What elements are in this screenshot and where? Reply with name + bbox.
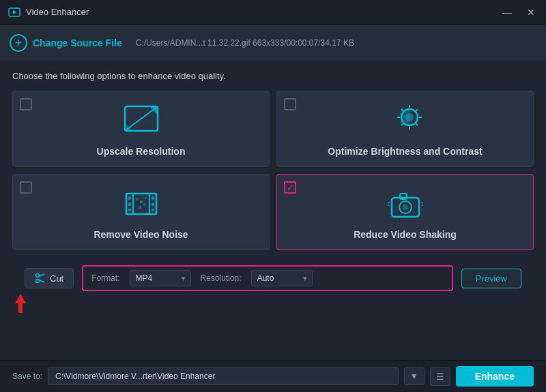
option-card-brightness[interactable]: Optimize Brightness and Contrast: [276, 91, 534, 167]
close-button[interactable]: ✕: [524, 5, 538, 19]
svg-rect-27: [144, 196, 147, 199]
svg-rect-29: [143, 203, 145, 206]
svg-marker-1: [13, 10, 17, 14]
title-bar-left: Video Enhancer: [8, 6, 89, 18]
source-row: + Change Source File C:/Users/ADMIN...t …: [0, 25, 546, 61]
minimize-button[interactable]: —: [500, 5, 515, 19]
cut-button[interactable]: Cut: [25, 268, 74, 288]
option-card-upscale[interactable]: Upscale Resolution: [12, 91, 270, 167]
checkbox-noise[interactable]: [20, 181, 32, 194]
format-resolution-box: Format: MP4 AVI MOV MKV WMV GIF ▼ Resolu…: [82, 265, 453, 291]
option-label-noise: Remove Video Noise: [94, 229, 188, 240]
svg-line-13: [416, 123, 418, 125]
bottom-toolbar: Cut Format: MP4 AVI MOV MKV WMV GIF ▼ Re…: [12, 260, 534, 297]
svg-line-15: [401, 123, 403, 125]
noise-icon: [119, 185, 163, 222]
svg-marker-38: [15, 294, 26, 303]
main-content: Choose the following options to enhance …: [0, 61, 546, 320]
upscale-icon: [119, 102, 163, 139]
subtitle: Choose the following options to enhance …: [12, 71, 534, 81]
svg-marker-5: [125, 123, 133, 131]
resolution-label: Resolution:: [201, 273, 242, 283]
format-select[interactable]: MP4 AVI MOV MKV WMV GIF: [130, 270, 191, 286]
title-bar: Video Enhancer — ✕: [0, 0, 546, 25]
svg-point-32: [403, 205, 408, 210]
brightness-icon: [384, 102, 427, 139]
svg-rect-25: [136, 198, 139, 200]
footer-row: Save to: C:\Vidmore\Vidmore V...rter\Vid…: [0, 360, 546, 392]
change-source-label: Change Source File: [33, 37, 122, 48]
svg-rect-21: [128, 209, 131, 211]
save-options-button[interactable]: ☰: [430, 367, 450, 386]
option-label-shaking: Reduce Video Shaking: [354, 229, 457, 240]
preview-button[interactable]: Preview: [461, 269, 521, 288]
save-path-dropdown-button[interactable]: ▼: [404, 367, 425, 385]
svg-marker-4: [149, 106, 158, 115]
svg-rect-23: [152, 202, 154, 206]
red-arrow-indicator: [12, 294, 534, 313]
options-grid: Upscale Resolution: [12, 91, 534, 250]
cut-label: Cut: [50, 273, 63, 284]
enhance-button[interactable]: Enhance: [456, 366, 534, 387]
source-file-info: C:/Users/ADMIN...t 11.32.22.gif 663x333/…: [136, 38, 354, 48]
svg-line-12: [401, 109, 403, 111]
option-label-brightness: Optimize Brightness and Contrast: [328, 146, 482, 157]
app-title: Video Enhancer: [26, 7, 89, 17]
shaking-icon: [384, 185, 427, 222]
option-card-shaking[interactable]: Reduce Video Shaking: [276, 174, 534, 250]
checkbox-shaking[interactable]: [284, 181, 296, 194]
change-source-button[interactable]: + Change Source File: [10, 34, 122, 52]
scissors-icon: [35, 273, 46, 284]
resolution-select[interactable]: Auto 1080p 720p 480p 360p: [251, 270, 313, 286]
save-path-box: C:\Vidmore\Vidmore V...rter\Video Enhanc…: [48, 367, 399, 385]
format-label: Format:: [91, 273, 119, 283]
svg-rect-20: [128, 202, 131, 206]
svg-rect-28: [139, 206, 141, 209]
svg-rect-24: [152, 209, 154, 211]
svg-line-14: [416, 109, 418, 111]
svg-rect-19: [128, 196, 131, 200]
title-bar-controls: — ✕: [500, 5, 538, 19]
format-dropdown-wrapper: MP4 AVI MOV MKV WMV GIF ▼: [130, 270, 191, 286]
change-source-icon: +: [10, 34, 27, 52]
option-card-noise[interactable]: Remove Video Noise: [12, 174, 270, 250]
svg-rect-39: [18, 303, 23, 313]
option-label-upscale: Upscale Resolution: [97, 146, 186, 157]
save-to-label: Save to:: [12, 372, 42, 381]
checkbox-upscale[interactable]: [20, 98, 32, 110]
app-icon: [8, 6, 20, 18]
svg-point-35: [36, 280, 40, 283]
resolution-dropdown-wrapper: Auto 1080p 720p 480p 360p ▼: [251, 270, 313, 286]
svg-point-34: [36, 274, 40, 277]
checkbox-brightness[interactable]: [284, 98, 296, 110]
svg-line-3: [125, 106, 158, 131]
svg-rect-26: [140, 200, 143, 203]
svg-rect-22: [152, 196, 154, 200]
